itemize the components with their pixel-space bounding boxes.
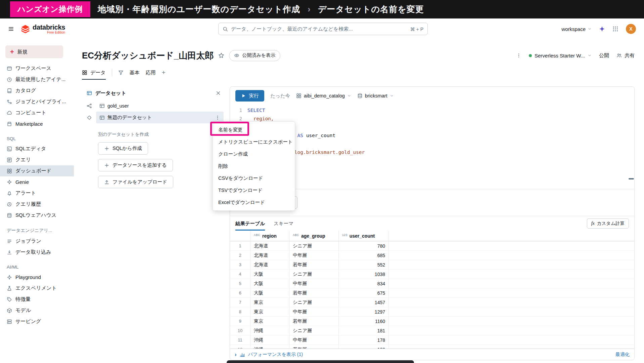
- column-header-user_count[interactable]: 123user_count: [339, 231, 389, 241]
- table-row: 9東京若年層1160: [230, 317, 634, 326]
- menu-item-export-metric-view[interactable]: メトリクスビューにエクスポート: [213, 136, 295, 148]
- sidebar-item-serving[interactable]: サービング: [0, 316, 74, 327]
- catalog-icon: [296, 93, 302, 98]
- tab-results-table[interactable]: 結果テーブル: [235, 220, 265, 231]
- performance-link[interactable]: パフォーマンスを表示 (1): [248, 352, 303, 358]
- tab-page-advanced[interactable]: 応用: [146, 70, 156, 76]
- share-button[interactable]: 共有: [616, 52, 635, 59]
- eye-icon: [234, 53, 239, 58]
- catalog-selector[interactable]: aibi_demo_catalog: [296, 93, 351, 98]
- table-row: 10沖縄シニア層181: [230, 326, 634, 335]
- close-panel-button[interactable]: [216, 90, 221, 96]
- sidebar-item-sql-editor[interactable]: SQLエディタ: [0, 143, 74, 154]
- sidebar-item-workspace[interactable]: ワークスペース: [0, 63, 74, 74]
- column-header-region[interactable]: ABCregion: [250, 231, 289, 241]
- sidebar-item-compute[interactable]: コンピュート: [0, 107, 74, 118]
- workspace-label: workspace: [561, 26, 586, 32]
- menu-item-download-excel[interactable]: Excelでダウンロード: [213, 196, 295, 208]
- custom-calc-button[interactable]: fx カスタム計算: [587, 218, 629, 229]
- table-cell: 中年層: [289, 279, 339, 288]
- column-type-icon: ABC: [293, 233, 299, 237]
- sidebar-item-models[interactable]: モデル: [0, 305, 74, 316]
- sidebar-item-genie[interactable]: Genie: [0, 176, 74, 188]
- apps-grid-icon[interactable]: [612, 26, 618, 32]
- sidebar-section-label: AI/ML: [0, 265, 74, 270]
- favorite-star-icon[interactable]: [218, 52, 224, 58]
- header-kebab-menu[interactable]: [516, 53, 521, 58]
- sidebar-item-queries[interactable]: クエリ: [0, 154, 74, 165]
- expand-chevron-icon[interactable]: ›: [235, 351, 237, 358]
- editor-resize-handle[interactable]: [629, 178, 634, 179]
- sidebar-item-query-history[interactable]: クエリ履歴: [0, 199, 74, 210]
- databricks-logo[interactable]: databricks Free Edition: [21, 24, 65, 34]
- sidebar-item-label: クエリ: [15, 157, 31, 163]
- optimize-link[interactable]: 最適化: [615, 352, 630, 358]
- results-header-row: ABCregionABCage_group123user_count: [230, 231, 634, 241]
- horizontal-scrollbar[interactable]: [227, 360, 414, 363]
- sidebar-item-catalog[interactable]: カタログ: [0, 85, 74, 96]
- menu-item-download-tsv[interactable]: TSVでダウンロード: [213, 184, 295, 196]
- models-icon: [7, 308, 12, 313]
- menu-item-clone[interactable]: クローン作成: [213, 148, 295, 160]
- menu-item-delete[interactable]: 削除: [213, 160, 295, 172]
- schema-selector[interactable]: bricksmart: [357, 93, 394, 98]
- run-button[interactable]: 実行: [235, 90, 264, 102]
- warehouse-selector[interactable]: Serverless Starter W...: [529, 53, 592, 58]
- job-runs-icon: [7, 239, 12, 244]
- sql-editor-icon: [7, 146, 12, 152]
- sidebar-item-marketplace[interactable]: Marketplace: [0, 118, 74, 129]
- tab-page-basic[interactable]: 基本: [130, 70, 140, 76]
- search-shortcut: ⌘ + P: [410, 26, 423, 32]
- table-cell: 675: [339, 288, 389, 297]
- dataset-kebab-menu[interactable]: [215, 115, 220, 120]
- serving-icon: [7, 319, 12, 324]
- warehouse-status-dot: [529, 54, 532, 57]
- add-data-source-button[interactable]: データソースを追加する: [98, 159, 173, 171]
- catalog-icon: [7, 88, 12, 93]
- code-line: 1SELECT: [230, 106, 634, 115]
- global-search-input[interactable]: データ、ノートブック、最近のアイテムなどを検索... ⌘ + P: [218, 23, 428, 35]
- results-table-body: 1北海道シニア層7802北海道中年層6853北海道若年層5524大阪シニア層10…: [230, 241, 634, 349]
- column-header-age_group[interactable]: ABCage_group: [289, 231, 339, 241]
- workspace-selector[interactable]: workspace: [561, 26, 592, 32]
- dashboard-tabbar: データ 基本 応用 +: [82, 64, 635, 81]
- search-icon: [223, 26, 228, 32]
- table-row: 11沖縄中年層178: [230, 335, 634, 345]
- sidebar-item-dashboards[interactable]: ダッシュボード: [0, 165, 74, 176]
- user-avatar[interactable]: X: [626, 24, 636, 34]
- chevron-down-icon: [347, 94, 351, 98]
- sidebar-item-experiments[interactable]: エクスペリメント: [0, 283, 74, 294]
- dataset-item[interactable]: 無題のデータセット: [96, 112, 224, 123]
- menu-item-rename[interactable]: 名前を変更: [213, 124, 295, 136]
- sidebar-item-data-ingestion[interactable]: データ取り込み: [0, 247, 74, 258]
- dataset-item[interactable]: gold_user: [96, 100, 224, 112]
- share-label: 共有: [625, 52, 635, 59]
- logo-edition-label: Free Edition: [47, 31, 65, 34]
- sidebar-item-jobs-pipelines[interactable]: ジョブとパイプライ...: [0, 96, 74, 107]
- ingestion-icon: [7, 250, 12, 255]
- button-label: データソースを追加する: [112, 162, 167, 168]
- add-page-button[interactable]: +: [162, 69, 166, 76]
- sidebar-item-sql-warehouses[interactable]: SQLウェアハウス: [0, 210, 74, 221]
- publish-button[interactable]: 公開: [599, 52, 609, 59]
- upload-file-button[interactable]: ファイルをアップロード: [98, 176, 173, 188]
- row-number-cell: 11: [230, 335, 250, 345]
- sidebar-item-recents[interactable]: 最近使用したアイテ...: [0, 74, 74, 85]
- assistant-icon[interactable]: [599, 26, 605, 32]
- view-published-button[interactable]: 公開済みを表示: [229, 50, 280, 61]
- table-cell: 若年層: [289, 288, 339, 297]
- tab-schema[interactable]: スキーマ: [274, 220, 293, 231]
- sidebar-item-alerts[interactable]: アラート: [0, 188, 74, 199]
- custom-calc-label: カスタム計算: [597, 220, 625, 227]
- filter-icon[interactable]: [118, 70, 124, 75]
- tab-data[interactable]: データ: [82, 64, 106, 81]
- create-from-sql-button[interactable]: SQLから作成: [98, 142, 148, 155]
- dataset-list: gold_user無題のデータセット: [82, 100, 226, 123]
- sidebar-item-features[interactable]: 特徴量: [0, 294, 74, 305]
- hamburger-menu-button[interactable]: [8, 26, 14, 32]
- new-button[interactable]: + 新規: [5, 45, 63, 58]
- sidebar-item-playground[interactable]: Playground: [0, 272, 74, 283]
- sidebar-item-job-runs[interactable]: ジョブラン: [0, 236, 74, 247]
- sidebar-item-label: カタログ: [15, 87, 36, 94]
- menu-item-download-csv[interactable]: CSVをダウンロード: [213, 172, 295, 184]
